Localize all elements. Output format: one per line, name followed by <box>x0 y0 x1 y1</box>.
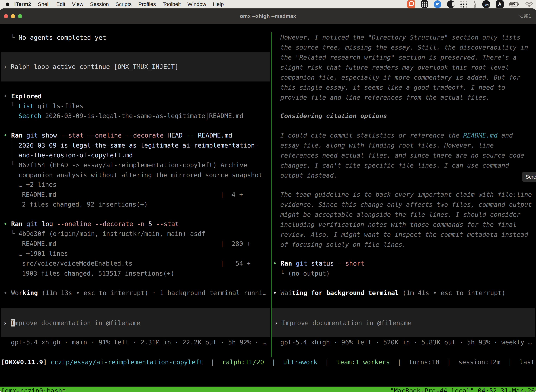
text-segment: evidence. Since this change only affects… <box>280 201 532 208</box>
text-segment: Considering citation options <box>280 112 387 119</box>
text-segment: | <box>390 359 409 366</box>
model-status-line: gpt-5.4 xhigh · main · 91% left · 2.31M … <box>11 337 266 347</box>
menu-item-help[interactable]: Help <box>210 1 227 7</box>
text-segment: 2 files changed, 92 insertions(+) <box>22 201 148 208</box>
dark-crescent-icon[interactable] <box>447 0 455 9</box>
git-show-output: └ 067f154 (HEAD -> essay/ai-reimplementa… <box>11 160 247 170</box>
waiting-status: • Waiting for background terminal (1m 41… <box>273 288 505 298</box>
text-segment: 4b9d30f (origin/main, instructkr/main, m… <box>19 230 205 237</box>
text-segment: and-the-erosion-of-copyleft.md <box>19 152 133 159</box>
screen-notification-tooltip[interactable]: Scre <box>522 172 536 182</box>
text-segment: └ <box>11 230 19 237</box>
text-segment: git ls-files <box>34 103 83 110</box>
prompt-input-text: › Improve documentation in @filename <box>3 318 140 328</box>
text-segment: | <box>440 359 459 366</box>
menu-item-shell[interactable]: Shell <box>34 1 53 7</box>
git-status-output: └ (no output) <box>280 268 330 278</box>
menu-item-view[interactable]: View <box>69 1 87 7</box>
menu-item-session[interactable]: Session <box>87 1 112 7</box>
text-segment: -- <box>187 132 198 139</box>
text-segment: README.md | 4 + <box>22 191 243 198</box>
menu-item-edit[interactable]: Edit <box>53 1 69 7</box>
text-segment: … +1901 lines <box>19 250 68 257</box>
text-segment: └ <box>11 34 19 41</box>
text-segment: 2026-03-09-is-legal-the-same-as-legitima… <box>19 142 258 149</box>
agents-status-line: └ No agents completed yet <box>11 33 106 42</box>
menu-item-profiles[interactable]: Profiles <box>135 1 159 7</box>
text-segment: | <box>317 359 336 366</box>
terminal-area[interactable]: └ No agents completed yet› Ralph loop ac… <box>0 24 536 392</box>
text-segment: git <box>26 132 42 139</box>
text-segment: • <box>273 260 281 267</box>
reasoning-text: provide file and line references from th… <box>280 92 490 103</box>
text-segment: --short <box>338 260 364 267</box>
menu-item-toolbelt[interactable]: Toolbelt <box>159 1 184 7</box>
blue-zigzag-badge-icon[interactable] <box>434 0 441 9</box>
chat-icon[interactable] <box>407 0 415 9</box>
model-status-line: gpt-5.4 xhigh · 96% left · 520K in · 5.8… <box>280 337 532 347</box>
badge-61-icon[interactable]: ..61 <box>482 0 490 9</box>
text-segment: [OMX#0.11.9] <box>1 359 51 366</box>
wifi-icon[interactable] <box>525 0 533 9</box>
reasoning-heading: Considering citation options <box>280 111 387 121</box>
battery-charging-icon[interactable] <box>509 0 519 9</box>
text-segment: (11m 13s • esc to interrupt) · 1 backgro… <box>38 289 266 296</box>
text-segment: log <box>42 220 57 227</box>
menu-item-window[interactable]: Window <box>184 1 210 7</box>
reasoning-text: including verification notes with those … <box>280 219 517 229</box>
menu-items: iTerm2ShellEditViewSessionScriptsProfile… <box>11 1 227 7</box>
git-show-output: companion analysis without altering the … <box>19 170 262 180</box>
reasoning-text: review. Also, I might want to inspect th… <box>280 229 528 240</box>
reasoning-text: However, I noticed the "Directory Struct… <box>280 32 520 42</box>
text-segment: src/voice/voiceModeEnabled.ts | 54 + <box>22 260 251 267</box>
git-show-arg-wrap: 2026-03-09-is-legal-the-same-as-legitima… <box>19 140 258 150</box>
text-segment: might be acceptable alongside the file l… <box>280 211 520 218</box>
text-segment: git <box>296 260 311 267</box>
text-segment: List <box>19 103 34 110</box>
text-segment: companion file, especially if more comme… <box>280 74 520 81</box>
text-segment: README.md <box>463 132 498 139</box>
reasoning-text: the source tree, missing the essay. Stil… <box>280 42 528 52</box>
reasoning-text: essay file, along with finding root file… <box>280 140 494 150</box>
text-segment: └ <box>11 161 19 169</box>
text-segment: … +2 lines <box>19 181 57 188</box>
reasoning-text: The team guideline is to back every impo… <box>280 190 532 200</box>
text-segment: companion analysis without altering the … <box>19 171 262 179</box>
menu-item-scripts[interactable]: Scripts <box>112 1 135 7</box>
text-segment: (no output) <box>288 270 330 277</box>
keypad-shield-icon[interactable] <box>421 0 428 9</box>
text-segment: Wor <box>11 289 23 296</box>
reasoning-text: I could cite commit statistics or refere… <box>280 130 513 140</box>
apple-menu-icon[interactable] <box>5 2 10 7</box>
text-segment: slight risk that future readers may over… <box>280 64 509 71</box>
git-log-output: … +1901 lines <box>19 248 68 258</box>
explored-list: └ List git ls-files <box>11 101 83 111</box>
text-segment: › <box>3 63 11 70</box>
text-segment: of focusing solely on file lines. <box>280 241 406 248</box>
reasoning-text: evidence. Since this change only affects… <box>280 200 532 210</box>
reasoning-text: slight risk that future readers may over… <box>280 62 509 72</box>
text-segment: session:12m <box>459 359 500 366</box>
git-show-arg-wrap: and-the-erosion-of-copyleft.md <box>19 150 133 160</box>
text-segment: • <box>4 220 11 227</box>
text-segment: (1m 41s • esc to interrupt) <box>399 289 505 296</box>
menu-item-iterm2[interactable]: iTerm2 <box>11 1 34 7</box>
text-segment: essay file, along with finding root file… <box>280 142 494 149</box>
input-source-a-icon[interactable]: A <box>496 0 504 9</box>
text-segment: 5 <box>148 220 156 227</box>
text-segment: • <box>4 132 11 139</box>
text-segment: last:5m ago <box>519 359 536 366</box>
text-segment: --stat <box>156 220 179 227</box>
git-log-output: └ 4b9d30f (origin/main, instructkr/main,… <box>11 229 205 239</box>
git-show-stat: README.md | 4 + <box>22 190 243 200</box>
text-segment: | <box>203 359 222 366</box>
text-segment: show <box>42 132 61 139</box>
git-log-stat: 1903 files changed, 513517 insertions(+) <box>22 268 174 278</box>
text-segment: • <box>4 93 11 100</box>
tmux-session-label: [omx-cczip0:bash* <box>1 387 66 392</box>
text-segment: › <box>274 319 282 327</box>
squiggle-icon[interactable] <box>473 0 477 9</box>
text-segment: the source tree, missing the essay. Stil… <box>280 44 528 51</box>
text-segment: this single essay, it seems like a good … <box>280 84 505 91</box>
dots-grid-icon[interactable] <box>460 0 467 9</box>
